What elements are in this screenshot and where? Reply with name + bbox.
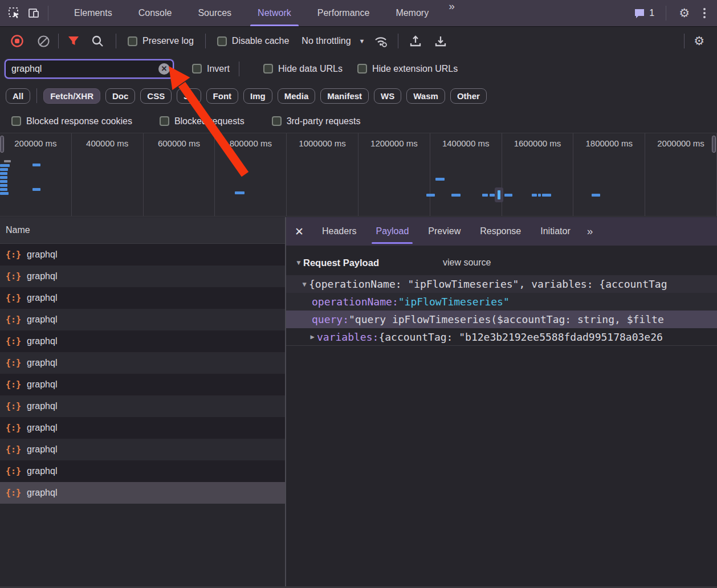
clear-network-log-button[interactable] xyxy=(33,31,54,51)
tab-initiator[interactable]: Initiator xyxy=(531,217,580,246)
chip-font[interactable]: Font xyxy=(206,88,238,104)
import-har-icon[interactable] xyxy=(405,31,426,51)
issues-count: 1 xyxy=(649,8,654,18)
request-payload-title: Request Payload xyxy=(303,258,379,268)
blocked-requests-checkbox[interactable]: Blocked requests xyxy=(156,116,248,126)
request-row[interactable]: {:}graphql xyxy=(0,244,285,266)
more-tabs-icon[interactable]: » xyxy=(442,0,462,26)
tab-memory[interactable]: Memory xyxy=(382,0,442,26)
chip-img[interactable]: Img xyxy=(243,88,272,104)
request-row[interactable]: {:}graphql xyxy=(0,287,285,309)
message-bubble-icon xyxy=(634,8,645,19)
payload-operation-row[interactable]: operationName: "ipFlowTimeseries" xyxy=(286,293,717,311)
tab-console[interactable]: Console xyxy=(125,0,185,26)
tab-sources[interactable]: Sources xyxy=(185,0,245,26)
search-icon[interactable] xyxy=(87,31,108,51)
request-row[interactable]: {:}graphql xyxy=(0,266,285,287)
disable-cache-checkbox[interactable]: Disable cache xyxy=(214,36,293,46)
waterfall-bar xyxy=(435,178,445,181)
export-har-icon[interactable] xyxy=(430,31,451,51)
checkbox xyxy=(263,64,273,74)
preserve-log-checkbox[interactable]: Preserve log xyxy=(124,36,197,46)
request-payload-section[interactable]: ▼ Request Payload view source xyxy=(286,250,717,275)
view-source-toggle[interactable]: view source xyxy=(443,258,491,268)
payload-variables-row[interactable]: ▶ variables: {accountTag: "b12e3b2192ee5… xyxy=(286,328,717,346)
tab-payload[interactable]: Payload xyxy=(366,217,418,246)
chip-manifest[interactable]: Manifest xyxy=(320,88,369,104)
tab-response[interactable]: Response xyxy=(470,217,531,246)
tab-headers[interactable]: Headers xyxy=(312,217,366,246)
network-settings-gear-icon[interactable]: ⚙ xyxy=(689,34,709,48)
waterfall-bar xyxy=(235,191,245,194)
fetch-xhr-icon: {:} xyxy=(6,466,21,476)
request-row-selected[interactable]: {:}graphql xyxy=(0,482,285,504)
triangle-down-icon: ▼ xyxy=(294,259,303,267)
chip-css[interactable]: CSS xyxy=(140,88,172,104)
triangle-right-icon: ▶ xyxy=(308,333,317,341)
device-toolbar-icon[interactable] xyxy=(24,3,43,23)
tab-elements[interactable]: Elements xyxy=(61,0,125,26)
chip-fetch-xhr[interactable]: Fetch/XHR xyxy=(43,88,100,104)
details-tabbar: ✕ Headers Payload Preview Response Initi… xyxy=(286,217,717,246)
chip-other[interactable]: Other xyxy=(450,88,487,104)
request-row[interactable]: {:}graphql xyxy=(0,374,285,395)
checkbox xyxy=(272,116,282,126)
tab-preview[interactable]: Preview xyxy=(418,217,470,246)
throttling-select[interactable]: No throttling ▼ xyxy=(292,36,370,46)
divider xyxy=(684,34,685,48)
chip-all[interactable]: All xyxy=(6,88,30,104)
filter-funnel-icon[interactable] xyxy=(63,31,84,51)
chip-js[interactable]: JS xyxy=(177,88,201,104)
name-column-header[interactable]: Name xyxy=(0,217,285,244)
blocked-response-cookies-checkbox[interactable]: Blocked response cookies xyxy=(8,116,136,126)
chip-doc[interactable]: Doc xyxy=(105,88,135,104)
timeline-right-handle[interactable] xyxy=(712,136,716,153)
tabbar-right-controls: 1 ⚙ xyxy=(630,5,717,22)
request-row[interactable]: {:}graphql xyxy=(0,460,285,482)
clear-filter-icon[interactable]: ✕ xyxy=(158,63,170,75)
filter-input[interactable] xyxy=(5,59,174,79)
timeline-left-handle[interactable] xyxy=(0,136,4,153)
fetch-xhr-icon: {:} xyxy=(6,250,21,260)
waterfall-bar xyxy=(538,194,541,197)
divider xyxy=(48,6,48,21)
network-overview-timeline[interactable]: 200000 ms 400000 ms 600000 ms 800000 ms … xyxy=(0,133,717,217)
tab-performance[interactable]: Performance xyxy=(304,0,383,26)
request-row[interactable]: {:}graphql xyxy=(0,309,285,330)
request-row[interactable]: {:}graphql xyxy=(0,417,285,439)
settings-gear-icon[interactable]: ⚙ xyxy=(674,6,694,20)
network-conditions-icon[interactable] xyxy=(370,31,391,51)
divider xyxy=(205,34,206,48)
inspect-element-icon[interactable] xyxy=(5,3,24,23)
chip-ws[interactable]: WS xyxy=(374,88,401,104)
waterfall-bar xyxy=(4,160,11,162)
divider xyxy=(666,6,666,21)
waterfall-bar xyxy=(0,164,10,167)
close-details-icon[interactable]: ✕ xyxy=(286,217,312,246)
issues-button[interactable]: 1 xyxy=(630,8,658,19)
waterfall-bar xyxy=(542,194,551,197)
waterfall-bar xyxy=(0,168,8,171)
waterfall-bar xyxy=(482,194,488,197)
request-row[interactable]: {:}graphql xyxy=(0,395,285,417)
chip-wasm[interactable]: Wasm xyxy=(406,88,445,104)
requests-pane: Name {:}graphql {:}graphql {:}graphql {:… xyxy=(0,217,285,586)
chip-media[interactable]: Media xyxy=(278,88,316,104)
fetch-xhr-icon: {:} xyxy=(6,379,21,390)
more-details-tabs-icon[interactable]: » xyxy=(580,225,600,238)
request-row[interactable]: {:}graphql xyxy=(0,352,285,374)
kebab-menu-icon[interactable] xyxy=(698,5,711,22)
record-network-log-button[interactable] xyxy=(7,31,27,51)
fetch-xhr-icon: {:} xyxy=(6,444,21,455)
tab-network[interactable]: Network xyxy=(245,0,304,26)
fetch-xhr-icon: {:} xyxy=(6,488,21,498)
third-party-requests-checkbox[interactable]: 3rd-party requests xyxy=(268,116,364,126)
invert-checkbox[interactable]: Invert xyxy=(189,64,233,74)
payload-query-row[interactable]: query: "query ipFlowTimeseries($accountT… xyxy=(286,311,717,328)
hide-data-urls-checkbox[interactable]: Hide data URLs xyxy=(260,64,346,74)
hide-extension-urls-checkbox[interactable]: Hide extension URLs xyxy=(354,64,461,74)
waterfall-bar xyxy=(495,187,503,202)
payload-root-row[interactable]: ▼ {operationName: "ipFlowTimeseries", va… xyxy=(286,275,717,293)
request-row[interactable]: {:}graphql xyxy=(0,330,285,352)
request-row[interactable]: {:}graphql xyxy=(0,439,285,460)
